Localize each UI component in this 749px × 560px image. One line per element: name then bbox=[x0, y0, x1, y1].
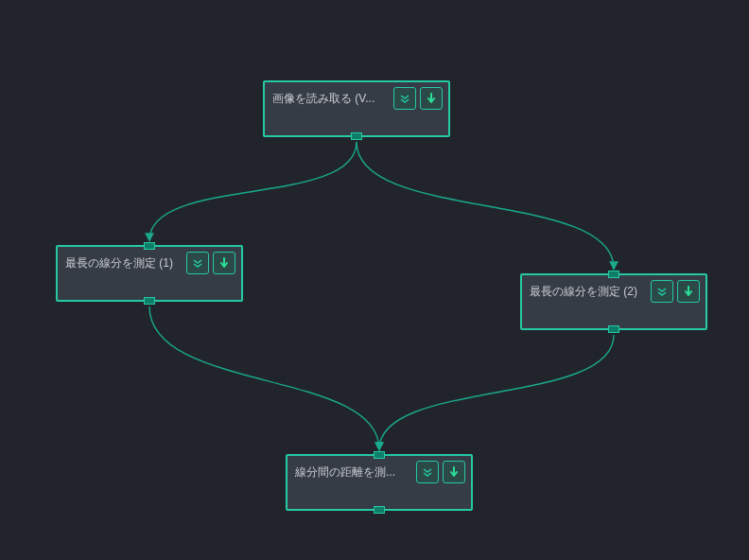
down-chevrons-icon[interactable] bbox=[393, 87, 416, 110]
down-chevrons-icon[interactable] bbox=[416, 461, 439, 483]
node-header: 最長の線分を測定 (1) bbox=[58, 247, 241, 274]
node-title: 画像を読み取る (V... bbox=[272, 91, 393, 107]
output-port[interactable] bbox=[144, 297, 155, 305]
input-port[interactable] bbox=[608, 271, 619, 278]
node-buttons bbox=[186, 252, 235, 274]
output-port[interactable] bbox=[351, 132, 362, 140]
down-chevrons-icon[interactable] bbox=[651, 280, 673, 303]
node-measure-longest-2[interactable]: 最長の線分を測定 (2) bbox=[520, 273, 707, 330]
down-arrow-icon[interactable] bbox=[213, 252, 235, 274]
node-title: 線分間の距離を測... bbox=[295, 464, 416, 481]
node-graph-canvas[interactable]: 画像を読み取る (V... 最長の線分を測定 (1) bbox=[0, 0, 749, 560]
input-port[interactable] bbox=[144, 242, 155, 250]
edge bbox=[149, 306, 379, 449]
edge bbox=[379, 335, 614, 449]
node-buttons bbox=[393, 87, 443, 110]
node-buttons bbox=[416, 461, 465, 483]
node-read-image[interactable]: 画像を読み取る (V... bbox=[263, 80, 450, 137]
input-port[interactable] bbox=[374, 451, 385, 459]
down-arrow-icon[interactable] bbox=[443, 461, 465, 483]
node-title: 最長の線分を測定 (1) bbox=[65, 255, 186, 271]
down-arrow-icon[interactable] bbox=[677, 280, 700, 303]
down-arrow-icon[interactable] bbox=[420, 87, 443, 110]
output-port[interactable] bbox=[374, 506, 385, 514]
node-title: 最長の線分を測定 (2) bbox=[530, 284, 651, 300]
node-buttons bbox=[651, 280, 700, 303]
output-port[interactable] bbox=[608, 325, 619, 333]
edge bbox=[357, 142, 614, 269]
node-header: 線分間の距離を測... bbox=[287, 456, 471, 483]
edge bbox=[149, 142, 357, 240]
down-chevrons-icon[interactable] bbox=[186, 252, 209, 274]
node-header: 最長の線分を測定 (2) bbox=[522, 275, 705, 303]
node-header: 画像を読み取る (V... bbox=[265, 82, 448, 110]
node-measure-longest-1[interactable]: 最長の線分を測定 (1) bbox=[56, 245, 243, 302]
node-measure-distance[interactable]: 線分間の距離を測... bbox=[286, 454, 473, 511]
